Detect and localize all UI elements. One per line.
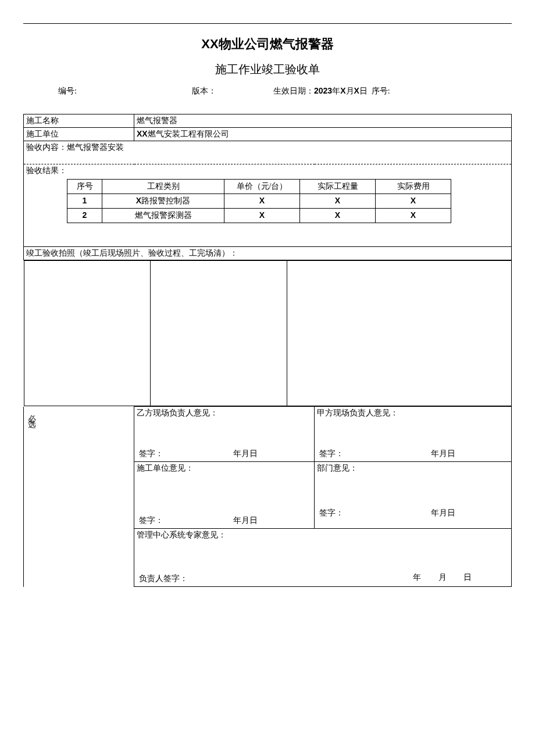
table-row: 1 X路报警控制器 X X X bbox=[67, 194, 451, 209]
required-side-label: 必选 bbox=[24, 407, 134, 587]
photo-grid bbox=[24, 260, 512, 406]
meta-date-year: 2023 bbox=[314, 86, 332, 95]
party-b-date: 年月日 bbox=[233, 449, 258, 459]
meta-date-d: 日 bbox=[359, 87, 368, 95]
project-name-label: 施工名称 bbox=[24, 114, 134, 128]
row1-price: X bbox=[224, 194, 300, 209]
unit-rest: 燃气安装工程有限公司 bbox=[148, 130, 229, 138]
meta-number-label: 编号: bbox=[58, 86, 192, 96]
department-sig-label: 签字： bbox=[319, 508, 344, 517]
meta-row: 编号: 版本： 生效日期：2023年X月X日 序号: bbox=[23, 86, 512, 96]
results-table: 序号 工程类别 单价（元/台） 实际工程量 实际费用 1 X路报警控制器 X X… bbox=[67, 179, 451, 223]
row1-cost: X bbox=[376, 194, 451, 209]
expert-opinion: 管理中心系统专家意见： 负责人签字： 年 月 日 bbox=[134, 529, 512, 587]
party-a-sig-label: 签字： bbox=[319, 449, 344, 458]
meta-date-month: X bbox=[340, 86, 345, 95]
party-b-sig-label: 签字： bbox=[139, 449, 163, 458]
title-company: XX bbox=[201, 37, 218, 51]
party-b-label: 乙方现场负责人意见： bbox=[137, 408, 312, 418]
title-rest: 物业公司燃气报警器 bbox=[219, 37, 334, 51]
party-b-opinion: 乙方现场负责人意见： 签字：年月日 bbox=[134, 407, 315, 462]
acceptance-results-section: 验收结果： 序号 工程类别 单价（元/台） 实际工程量 实际费用 1 X路报警控… bbox=[24, 164, 512, 247]
document-title: XX物业公司燃气报警器 bbox=[23, 35, 512, 53]
meta-date-day: X bbox=[354, 86, 359, 95]
construction-date: 年月日 bbox=[233, 515, 258, 526]
acceptance-content: 验收内容：燃气报警器安装 bbox=[24, 141, 512, 164]
unit-prefix: XX bbox=[137, 129, 148, 138]
main-table: 施工名称 燃气报警器 施工单位 XX燃气安装工程有限公司 验收内容：燃气报警器安… bbox=[23, 114, 512, 587]
results-header-price: 单价（元/台） bbox=[224, 180, 300, 194]
row1-qty: X bbox=[300, 194, 376, 209]
photo-slot-2 bbox=[151, 261, 287, 406]
department-opinion: 部门意见： 签字：年月日 bbox=[315, 462, 512, 529]
meta-seq-label: 序号: bbox=[372, 87, 390, 95]
department-date: 年月日 bbox=[431, 508, 455, 518]
expert-year: 年 bbox=[398, 572, 421, 583]
expert-month: 月 bbox=[423, 572, 447, 583]
row1-seq: 1 bbox=[67, 194, 102, 209]
meta-date-label: 生效日期： bbox=[273, 87, 314, 95]
table-row: 2 燃气报警探测器 X X X bbox=[67, 209, 451, 223]
meta-date-m: 月 bbox=[346, 87, 354, 95]
department-opinion-label: 部门意见： bbox=[317, 463, 509, 474]
project-name-value: 燃气报警器 bbox=[134, 114, 512, 128]
meta-version-label: 版本： bbox=[192, 86, 273, 96]
photo-section-label: 竣工验收拍照（竣工后现场照片、验收过程、工完场清）： bbox=[24, 247, 512, 260]
document-subtitle: 施工作业竣工验收单 bbox=[23, 62, 512, 77]
row2-cat: 燃气报警探测器 bbox=[102, 209, 224, 223]
results-label: 验收结果： bbox=[26, 166, 509, 176]
meta-date-y: 年 bbox=[332, 87, 340, 95]
expert-sig-label: 负责人签字： bbox=[139, 574, 188, 583]
expert-opinion-label: 管理中心系统专家意见： bbox=[137, 530, 509, 540]
row1-cat-rest: 路报警控制器 bbox=[141, 196, 190, 205]
results-header-seq: 序号 bbox=[67, 180, 102, 194]
construction-unit-value: XX燃气安装工程有限公司 bbox=[134, 128, 512, 141]
row2-qty: X bbox=[300, 209, 376, 223]
row1-cat: X路报警控制器 bbox=[102, 194, 224, 209]
results-header-cat: 工程类别 bbox=[102, 180, 224, 194]
expert-date: 年 月 日 bbox=[398, 572, 472, 583]
row1-cat-prefix: X bbox=[136, 196, 141, 205]
party-a-opinion: 甲方现场负责人意见： 签字：年月日 bbox=[315, 407, 512, 462]
results-header-qty: 实际工程量 bbox=[300, 180, 376, 194]
party-a-label: 甲方现场负责人意见： bbox=[317, 408, 509, 418]
construction-unit-opinion: 施工单位意见： 签字：年月日 bbox=[134, 462, 315, 529]
row2-cost: X bbox=[376, 209, 451, 223]
party-a-date: 年月日 bbox=[431, 449, 455, 459]
required-side-text: 必选 bbox=[26, 408, 37, 420]
meta-effective-date: 生效日期：2023年X月X日 序号: bbox=[273, 86, 477, 96]
photo-slot-1 bbox=[24, 261, 151, 406]
construction-opinion-label: 施工单位意见： bbox=[137, 463, 312, 474]
row2-cat-rest: 燃气报警探测器 bbox=[135, 211, 192, 220]
photo-slot-3 bbox=[287, 261, 512, 406]
row2-seq: 2 bbox=[67, 209, 102, 223]
expert-day: 日 bbox=[448, 572, 472, 583]
results-header-cost: 实际费用 bbox=[376, 180, 451, 194]
row2-price: X bbox=[224, 209, 300, 223]
construction-unit-label: 施工单位 bbox=[24, 128, 134, 141]
construction-sig-label: 签字： bbox=[139, 516, 163, 525]
